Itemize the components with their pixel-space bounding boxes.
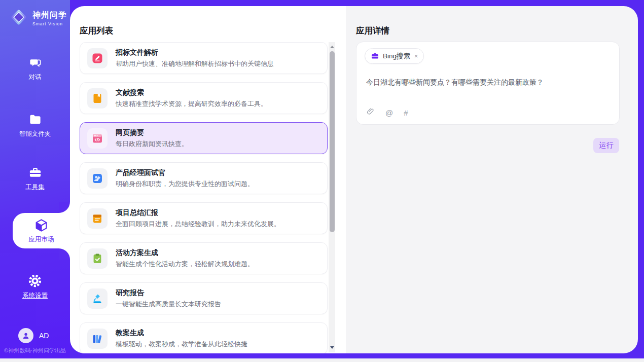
browser-code-icon [87, 128, 108, 149]
microscope-icon [87, 288, 108, 309]
folder-icon [28, 113, 42, 126]
app-card-description: 每日政府新闻资讯快查。 [116, 139, 188, 149]
app-card[interactable]: 网页摘要每日政府新闻资讯快查。 [80, 122, 328, 154]
input-toolbar: @ # [366, 107, 408, 118]
app-list: 招标文件解析帮助用户快速、准确地理解和解析招标书中的关键信息文献搜索快速精准查找… [80, 42, 328, 353]
app-list-title: 应用列表 [80, 25, 113, 37]
scrollbar-thumb[interactable] [330, 51, 335, 232]
app-card-description: 帮助用户快速、准确地理解和解析招标书中的关键信息 [116, 59, 274, 68]
app-card-description: 快速精准查找学术资源，提高研究效率的必备工具。 [116, 99, 267, 108]
scroll-down-icon[interactable] [330, 346, 334, 349]
user-account[interactable]: AD [18, 328, 49, 343]
person-icon [21, 331, 30, 340]
close-icon[interactable]: × [414, 53, 418, 60]
app-card-title: 招标文件解析 [116, 48, 274, 57]
app-card-title: 教案生成 [116, 329, 247, 338]
book-icon [87, 88, 108, 108]
avatar[interactable] [18, 328, 33, 343]
app-card[interactable]: 活动方案生成智能生成个性化活动方案，轻松解决规划难题。 [80, 242, 328, 274]
app-card[interactable]: 项目总结汇报全面回顾项目进展，总结经验教训，助力未来优化发展。 [80, 202, 328, 234]
calendar-note-icon [87, 208, 108, 229]
scroll-up-icon[interactable] [330, 46, 334, 48]
edit-icon [87, 48, 108, 68]
sidebar-item-label: 应用市场 [29, 235, 54, 244]
toolbox-icon [28, 166, 42, 179]
app-card[interactable]: 招标文件解析帮助用户快速、准确地理解和解析招标书中的关键信息 [80, 42, 328, 74]
interview-icon [87, 168, 108, 189]
nav-active-fillet-top [59, 202, 70, 213]
run-button[interactable]: 运行 [593, 138, 619, 153]
brand-name: 神州问学 [32, 10, 67, 21]
mention-icon[interactable]: @ [385, 108, 393, 117]
nav-active-fillet-bottom [59, 248, 70, 260]
user-initials: AD [39, 332, 49, 340]
app-card[interactable]: 研究报告一键智能生成高质量长文本研究报告 [80, 282, 328, 314]
app-card-title: 文献搜索 [116, 88, 267, 97]
copyright-footer: ©神州数码·神州问学出品 [0, 347, 70, 354]
tool-chip-bing-search[interactable]: Bing搜索 × [365, 48, 424, 64]
paperclip-icon[interactable] [366, 107, 375, 118]
sidebar-item-chat[interactable]: 对话 [0, 56, 70, 82]
sidebar-item-gear[interactable]: 系统设置 [0, 274, 70, 300]
sidebar-item-label: 对话 [29, 73, 42, 82]
chat-icon [28, 56, 42, 69]
app-card-title: 活动方案生成 [116, 248, 254, 258]
sidebar-item-label: 智能文件夹 [19, 130, 51, 138]
sidebar-item-label: 工具集 [25, 183, 45, 192]
diamond-icon [9, 8, 28, 29]
app-card[interactable]: 产品经理面试官明确身份和职责，为您提供专业性的面试问题。 [80, 162, 328, 194]
prompt-card: Bing搜索 × 今日湖北有哪些新闻要点？有哪些需要关注的最新政策？ @ # [356, 42, 620, 125]
app-card-description: 智能生成个性化活动方案，轻松解决规划难题。 [116, 260, 254, 269]
app-list-scrollbar[interactable] [329, 42, 335, 352]
clipboard-check-icon [87, 248, 108, 269]
app-card-title: 项目总结汇报 [116, 208, 280, 218]
sidebar-item-folder[interactable]: 智能文件夹 [0, 113, 70, 138]
sidebar-item-toolbox[interactable]: 工具集 [0, 166, 70, 192]
brand-tagline: Smart Vision [32, 21, 67, 26]
app-card-description: 明确身份和职责，为您提供专业性的面试问题。 [116, 179, 254, 189]
gear-icon [28, 274, 42, 288]
tool-chip-label: Bing搜索 [383, 52, 410, 61]
app-card-title: 网页摘要 [116, 128, 188, 137]
sidebar-item-cube-active[interactable]: 应用市场 [13, 213, 70, 248]
sidebar: 神州问学 Smart Vision 对话智能文件夹工具集应用市场系统设置 AD … [0, 0, 70, 358]
app-list-panel: 应用列表 招标文件解析帮助用户快速、准确地理解和解析招标书中的关键信息文献搜索快… [70, 6, 346, 353]
app-card-description: 模板驱动，教案秒成，教学准备从此轻松快捷 [116, 340, 247, 349]
app-detail-title: 应用详情 [356, 25, 389, 37]
books-icon [87, 329, 108, 349]
app-detail-panel: 应用详情 Bing搜索 × 今日湖北有哪些新闻要点？有哪些需要关注的最新政策？ [346, 6, 638, 353]
sidebar-item-label: 系统设置 [22, 292, 48, 300]
brand-logo: 神州问学 Smart Vision [9, 8, 67, 29]
app-card-description: 一键智能生成高质量长文本研究报告 [116, 300, 221, 309]
app-card[interactable]: 教案生成模板驱动，教案秒成，教学准备从此轻松快捷 [80, 322, 328, 353]
cube-icon [34, 218, 49, 233]
app-card-title: 产品经理面试官 [116, 168, 254, 177]
hashtag-icon[interactable]: # [404, 108, 408, 117]
prompt-input[interactable]: 今日湖北有哪些新闻要点？有哪些需要关注的最新政策？ [366, 78, 610, 88]
app-window: 神州问学 Smart Vision 对话智能文件夹工具集应用市场系统设置 AD … [0, 0, 644, 362]
app-card-title: 研究报告 [116, 288, 221, 298]
briefcase-icon [371, 52, 379, 60]
app-card-description: 全面回顾项目进展，总结经验教训，助力未来优化发展。 [116, 220, 280, 229]
app-card[interactable]: 文献搜索快速精准查找学术资源，提高研究效率的必备工具。 [80, 82, 328, 114]
